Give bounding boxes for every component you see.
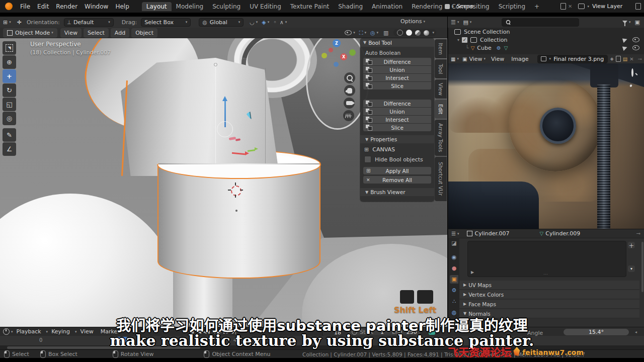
workspace-tab-animation[interactable]: Animation	[367, 2, 407, 11]
viewport-menu-select[interactable]: Select	[84, 28, 109, 38]
viewport-menu-add[interactable]: Add	[111, 28, 129, 38]
pan-button[interactable]	[344, 85, 355, 96]
viewport-menu-object[interactable]: Object	[131, 28, 157, 38]
hide-eye-icon[interactable]	[632, 37, 639, 42]
snap-target-icon[interactable]: ◈	[262, 19, 266, 26]
shape-keys-list[interactable]: ▶ …	[467, 241, 626, 277]
pin-icon[interactable]: ⊸	[638, 56, 642, 62]
image-menu-view[interactable]: View	[488, 56, 508, 62]
tab-array-tools[interactable]: Array Tools	[435, 120, 447, 156]
panel-uv-maps[interactable]: ▶UV Maps	[459, 281, 639, 290]
display-mode-dropdown[interactable]: ▣ View▾	[462, 56, 486, 62]
viewport-3d[interactable]: Object Mode▾ View Select Add Object ▾ ⛶▾…	[0, 28, 447, 327]
outliner-display-mode-icon[interactable]: ▤	[463, 19, 468, 26]
properties-editor-icon[interactable]: ☰	[451, 231, 456, 236]
menu-edit[interactable]: Edit	[34, 3, 52, 10]
filter-icon[interactable]	[622, 21, 627, 24]
selectable-icon[interactable]	[622, 37, 628, 42]
panel-face-maps[interactable]: ▶Face Maps	[459, 300, 639, 309]
new-image-icon[interactable]	[616, 56, 621, 62]
brush-viewer-header[interactable]: ▼Brush Viewer	[360, 188, 439, 196]
auto-intersect-button[interactable]: Intersect	[363, 74, 431, 81]
new-view-layer-icon[interactable]	[635, 3, 641, 10]
shape-key-specials-button[interactable]: ▾	[628, 265, 635, 272]
new-scene-icon[interactable]	[560, 3, 566, 10]
remove-all-button[interactable]: ✕Remove All	[363, 176, 431, 184]
tool-cursor[interactable]: ⊕	[3, 55, 16, 69]
zoom-button[interactable]	[344, 72, 355, 83]
scene-icon[interactable]	[445, 4, 450, 9]
perspective-toggle-button[interactable]	[343, 110, 354, 121]
blender-logo-icon[interactable]	[5, 3, 13, 10]
disclosure-icon[interactable]: ▾	[457, 38, 459, 42]
outliner-settings-icon[interactable]: ▣	[635, 19, 640, 26]
bool-tool-header[interactable]: ▼Bool Tool	[360, 38, 434, 47]
overlays-dropdown-icon[interactable]: ◎	[370, 30, 375, 36]
tab-object-props[interactable]: ▣	[450, 275, 458, 284]
panel-vertex-colors[interactable]: ▶Vertex Colors	[459, 290, 639, 299]
view-layer-name[interactable]: View Layer	[592, 3, 632, 10]
shading-material-icon[interactable]	[415, 30, 421, 36]
proportional-edit-icon[interactable]: ◦	[273, 19, 277, 26]
editor-type-icon[interactable]: ⊞	[3, 19, 8, 26]
auto-slice-button[interactable]: Slice	[363, 82, 431, 89]
shading-solid-icon[interactable]	[406, 30, 412, 36]
brush-slice-button[interactable]: Slice	[363, 124, 431, 131]
outliner-editor-icon[interactable]: ☰	[451, 19, 456, 26]
hide-bool-checkbox[interactable]	[364, 156, 371, 163]
brush-intersect-button[interactable]: Intersect	[363, 116, 431, 123]
tab-particles-props[interactable]: ∴	[450, 297, 458, 306]
tool-transform[interactable]: ◎	[3, 112, 16, 125]
camera-view-button[interactable]	[344, 98, 355, 109]
image-editor-type-icon[interactable]: ▦	[451, 56, 455, 62]
transform-orientation-dropdown[interactable]: ◍ Global▾	[199, 18, 244, 27]
add-shape-key-button[interactable]: ＋	[628, 242, 635, 248]
xray-toggle-icon[interactable]: ▥	[383, 30, 388, 36]
list-expand-icon[interactable]: ▶	[471, 270, 474, 275]
gizmo-dropdown-icon[interactable]: ⛶	[359, 30, 363, 36]
tool-measure[interactable]: ∠	[3, 142, 16, 156]
image-menu-image[interactable]: Image	[508, 56, 532, 62]
shading-rendered-icon[interactable]	[424, 30, 429, 36]
workspace-tab-uv-editing[interactable]: UV Editing	[245, 2, 286, 11]
auto-union-button[interactable]: Union	[363, 66, 431, 73]
drag-dropdown[interactable]: Select Box▾	[141, 18, 191, 27]
tool-select-box[interactable]: ◥	[3, 41, 16, 55]
pack-image-icon[interactable]: ▤	[623, 56, 627, 62]
viewport-menu-view[interactable]: View	[60, 28, 82, 38]
workspace-tab-shading[interactable]: Shading	[334, 2, 367, 11]
auto-difference-button[interactable]: Difference	[363, 58, 431, 65]
tool-annotate[interactable]: ✎	[3, 128, 16, 142]
options-dropdown[interactable]: Options▾	[400, 18, 425, 25]
properties-scrollbar[interactable]	[641, 242, 643, 292]
workspace-tab-layout[interactable]: Layout	[142, 2, 172, 11]
menu-render[interactable]: Render	[52, 3, 81, 10]
tab-world-props[interactable]: ●	[450, 264, 458, 273]
outliner-search-field[interactable]	[502, 18, 579, 27]
collection-label[interactable]: Collection	[480, 37, 507, 43]
scene-collection-label[interactable]: Scene Collection	[464, 29, 510, 35]
breadcrumb-object[interactable]: Cylinder.007	[474, 230, 509, 237]
selectable-icon[interactable]	[622, 45, 628, 50]
visibility-dropdown-icon[interactable]	[345, 30, 352, 35]
menu-window[interactable]: Window	[81, 3, 112, 10]
tab-render-props[interactable]: ◉	[450, 253, 458, 261]
workspace-tab-texture-paint[interactable]: Texture Paint	[286, 2, 334, 11]
tool-rotate[interactable]: ↻	[3, 83, 16, 97]
unlink-scene-icon[interactable]: ✕	[568, 4, 572, 9]
tab-tool-props[interactable]: ◪	[450, 239, 458, 247]
collection-checkbox[interactable]: ✓	[461, 37, 468, 43]
snap-magnet-icon[interactable]: ◡	[250, 19, 255, 26]
workspace-tab-modeling[interactable]: Modeling	[172, 2, 208, 11]
view-layer-icon[interactable]	[578, 4, 585, 9]
scene-name[interactable]: Scene	[457, 3, 557, 10]
orientation-dropdown[interactable]: ⟂ Default▾	[64, 18, 114, 27]
menu-help[interactable]: Help	[112, 3, 132, 10]
tab-item[interactable]: Item	[435, 39, 447, 58]
apply-all-button[interactable]: ⊞Apply All	[363, 167, 431, 174]
mode-dropdown[interactable]: Object Mode▾	[3, 28, 57, 38]
properties-pin-icon[interactable]: ⊸	[636, 231, 640, 236]
tool-scale[interactable]: ◱	[3, 98, 16, 111]
cube-label[interactable]: Cube	[477, 45, 491, 51]
breadcrumb-data[interactable]: Cylinder.009	[545, 230, 580, 237]
